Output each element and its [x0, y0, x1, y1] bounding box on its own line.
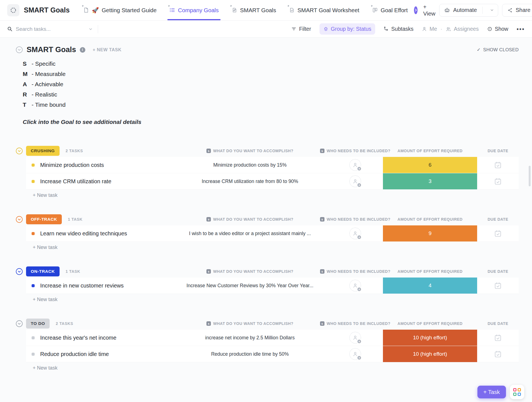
subtasks-button[interactable]: Subtasks [383, 26, 413, 32]
show-button[interactable]: Show [487, 26, 508, 32]
effort-value[interactable]: 4 [383, 278, 477, 294]
add-view-button[interactable]: + View [419, 0, 439, 20]
due-date-button[interactable] [494, 350, 502, 358]
filter-label: Filter [299, 26, 311, 32]
due-date-button[interactable] [494, 177, 502, 185]
smart-text: - Achievable [32, 81, 63, 88]
collapse-group-button[interactable] [16, 147, 23, 155]
tab-company-goals[interactable]: Company Goals [166, 0, 222, 20]
add-assignee-button[interactable]: + [349, 280, 361, 291]
new-task-button[interactable]: + New task [33, 297, 58, 302]
new-task-header-button[interactable]: + NEW TASK [93, 47, 122, 52]
doc-edit-icon [231, 7, 237, 13]
tab-label: SMART Goal Worksheet [297, 7, 359, 14]
collapse-list-button[interactable] [16, 46, 23, 54]
effort-value[interactable]: 6 [383, 157, 477, 173]
status-dot[interactable] [32, 164, 35, 167]
new-task-button[interactable]: + New task [33, 365, 58, 371]
accomplish-value[interactable]: Increase New Customer Reviews by 30% Yea… [186, 283, 313, 289]
filter-button[interactable]: Filter [291, 26, 311, 32]
collapse-group-button[interactable] [16, 320, 23, 327]
task-row[interactable]: Increase CRM utilization rate Increase C… [26, 173, 519, 190]
show-closed-toggle[interactable]: ✓ SHOW CLOSED [477, 47, 519, 52]
status-badge[interactable]: TO DO [26, 319, 50, 329]
status-badge[interactable]: CRUSHING [26, 146, 60, 156]
status-dot[interactable] [32, 336, 35, 339]
status-dot[interactable] [32, 180, 35, 183]
search-input[interactable] [16, 26, 77, 32]
task-name[interactable]: Learn new video editing techniques [40, 230, 127, 237]
text-field-icon: s [206, 321, 211, 326]
person-icon [422, 26, 427, 32]
task-name[interactable]: Increase in new customer reviews [40, 283, 124, 289]
apps-grid-button[interactable] [510, 385, 524, 399]
tab-smart-goals[interactable]: SMART Goals [228, 0, 280, 20]
task-row[interactable]: Increase in new customer reviews Increas… [26, 278, 519, 294]
task-name[interactable]: Increase this year's net income [40, 335, 116, 341]
new-task-button[interactable]: + New task [33, 192, 58, 198]
info-icon[interactable]: i [80, 47, 85, 53]
effort-value[interactable]: 10 (high effort) [383, 346, 477, 362]
task-row[interactable]: Reduce production idle time Reduce produ… [26, 346, 519, 362]
add-task-fab[interactable]: + Task [477, 386, 506, 398]
assignees-button[interactable]: Assignees [446, 26, 479, 32]
column-header-accomplish: s WHAT DO YOU WANT TO ACCOMPLISH? [206, 217, 293, 222]
accomplish-value[interactable]: I wish to be a video editor or a project… [189, 231, 311, 236]
collapse-group-button[interactable] [16, 216, 23, 223]
group-off-track: OFF-TRACK 1 TASK s WHAT DO YOU WANT TO A… [16, 214, 519, 250]
automate-dropdown-button[interactable] [487, 8, 497, 12]
scrollbar-thumb[interactable] [529, 166, 531, 186]
status-dot[interactable] [32, 232, 35, 235]
accomplish-value[interactable]: Increase CRM utilization rate from 80 to… [202, 179, 298, 184]
dotted-circle-icon [10, 7, 16, 13]
task-name[interactable]: Increase CRM utilization rate [40, 178, 111, 185]
share-button[interactable]: Share [502, 4, 532, 17]
due-date-button[interactable] [494, 161, 502, 169]
show-icon [487, 26, 492, 32]
due-date-button[interactable] [494, 334, 502, 342]
task-row[interactable]: Increase this year's net income increase… [26, 330, 519, 346]
new-task-button[interactable]: + New task [33, 245, 58, 250]
collapse-group-button[interactable] [16, 268, 23, 275]
effort-value[interactable]: 9 [383, 225, 477, 241]
tab-smart-goal-worksheet[interactable]: SMART Goal Worksheet [285, 0, 363, 20]
task-row[interactable]: Learn new video editing techniques I wis… [26, 225, 519, 242]
more-options-button[interactable]: ••• [516, 26, 525, 32]
add-assignee-button[interactable]: + [349, 159, 361, 171]
accomplish-value[interactable]: Minimize production costs by 15% [213, 162, 287, 168]
automate-button[interactable]: Automate [439, 4, 498, 17]
smart-line: A - Achievable [23, 79, 519, 89]
add-assignee-button[interactable]: + [349, 175, 361, 187]
group-crushing: CRUSHING 2 TASKS s WHAT DO YOU WANT TO A… [16, 146, 519, 198]
task-name[interactable]: Minimize production costs [40, 162, 104, 168]
tabs-overflow-button[interactable] [414, 6, 418, 14]
effort-value[interactable]: 3 [383, 173, 477, 189]
task-row[interactable]: Minimize production costs Minimize produ… [26, 157, 519, 173]
status-badge[interactable]: ON-TRACK [26, 266, 60, 276]
check-icon: ✓ [477, 47, 481, 52]
add-assignee-button[interactable]: + [349, 332, 361, 344]
status-badge[interactable]: OFF-TRACK [26, 214, 62, 224]
board-icon [372, 7, 378, 13]
add-assignee-button[interactable]: + [349, 348, 361, 360]
status-dot[interactable] [32, 353, 35, 356]
task-name[interactable]: Reduce production idle time [40, 351, 109, 357]
plus-icon: + [357, 355, 362, 360]
text-field-icon: s [206, 149, 211, 153]
tab-getting-started-guide[interactable]: 🚀 Getting Started Guide [80, 0, 160, 20]
me-filter-button[interactable]: Me [422, 26, 437, 32]
accomplish-value[interactable]: Reduce production idle time by 50% [211, 351, 289, 357]
search-chevron-down-icon[interactable] [88, 27, 93, 31]
effort-value[interactable]: 10 (high effort) [383, 330, 477, 346]
accomplish-value[interactable]: increase net income by 2.5 Million Dolla… [205, 335, 295, 341]
tab-label: SMART Goals [240, 7, 276, 14]
due-date-button[interactable] [494, 229, 502, 238]
tab-goal-effort[interactable]: Goal Effort [369, 0, 411, 20]
add-assignee-button[interactable]: + [349, 228, 361, 239]
list-avatar[interactable] [7, 4, 19, 16]
smart-line: T - Time bound [23, 100, 519, 110]
due-date-button[interactable] [494, 281, 502, 290]
column-header-due: DUE DATE [488, 217, 508, 222]
status-dot[interactable] [32, 284, 35, 287]
group-by-button[interactable]: Group by: Status [319, 23, 375, 35]
